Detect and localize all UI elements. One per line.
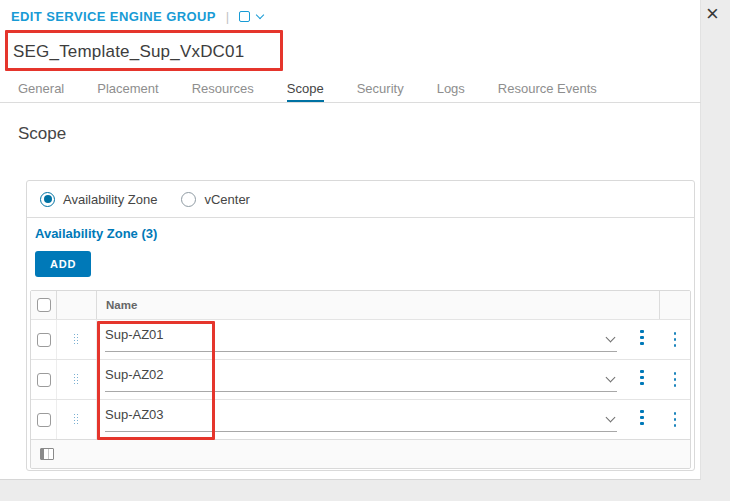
table-row: Sup-AZ03	[31, 399, 690, 439]
kebab-menu-icon[interactable]	[674, 332, 677, 347]
tab-placement[interactable]: Placement	[97, 81, 158, 103]
actions-column-header	[660, 291, 690, 319]
az-select-value: Sup-AZ01	[105, 327, 164, 342]
az-select-value: Sup-AZ02	[105, 367, 164, 382]
scope-panel: Availability Zone vCenter Availability Z…	[26, 180, 695, 471]
dialog-title: EDIT SERVICE ENGINE GROUP	[11, 9, 216, 24]
name-column-header: Name	[97, 291, 660, 319]
table-header-row: Name	[31, 291, 690, 319]
clone-icon	[239, 11, 250, 22]
kebab-menu-icon[interactable]	[674, 412, 677, 427]
drag-handle-icon[interactable]	[74, 374, 80, 386]
seg-name: SEG_Template_Sup_VxDC01	[13, 42, 244, 62]
row-checkbox[interactable]	[37, 373, 51, 387]
radio-availability-zone[interactable]: Availability Zone	[40, 192, 157, 207]
close-icon[interactable]: ×	[706, 0, 719, 28]
drag-handle-icon[interactable]	[74, 334, 80, 346]
kebab-menu-icon[interactable]	[674, 372, 677, 387]
page-title: Scope	[18, 124, 66, 144]
title-separator: |	[226, 9, 229, 24]
row-menu-squares-icon[interactable]	[640, 370, 644, 390]
scope-type-radio-group: Availability Zone vCenter	[27, 181, 694, 218]
chevron-down-icon	[606, 413, 616, 423]
row-menu-squares-icon[interactable]	[640, 410, 644, 430]
table-row: Sup-AZ02	[31, 359, 690, 399]
table-footer	[31, 439, 690, 468]
clone-dropdown-button[interactable]	[239, 11, 263, 22]
row-checkbox[interactable]	[37, 333, 51, 347]
az-select-value: Sup-AZ03	[105, 407, 164, 422]
availability-zone-section: Availability Zone (3) ADD Name	[27, 218, 694, 469]
edit-seg-dialog: EDIT SERVICE ENGINE GROUP | SEG_Template…	[0, 0, 701, 480]
dialog-titlebar: EDIT SERVICE ENGINE GROUP |	[11, 7, 263, 25]
tab-resource-events[interactable]: Resource Events	[498, 81, 597, 103]
radio-availability-zone-label: Availability Zone	[63, 192, 157, 207]
chevron-down-icon	[606, 333, 616, 343]
radio-vcenter[interactable]: vCenter	[181, 192, 250, 207]
drag-column-header	[57, 291, 97, 319]
tab-bar: General Placement Resources Scope Securi…	[18, 81, 597, 103]
row-checkbox[interactable]	[37, 413, 51, 427]
screen: EDIT SERVICE ENGINE GROUP | SEG_Template…	[0, 0, 730, 501]
tab-general[interactable]: General	[18, 81, 64, 103]
drag-handle-icon[interactable]	[74, 414, 80, 426]
tab-scope[interactable]: Scope	[287, 81, 324, 103]
tabs-divider	[0, 102, 701, 103]
radio-selected-icon	[40, 192, 55, 207]
chevron-down-icon	[606, 373, 616, 383]
table-row: Sup-AZ01	[31, 319, 690, 359]
chevron-down-icon	[256, 10, 264, 18]
az-select-dropdown[interactable]: Sup-AZ03	[105, 407, 617, 432]
radio-vcenter-label: vCenter	[204, 192, 250, 207]
az-select-dropdown[interactable]: Sup-AZ02	[105, 367, 617, 392]
column-settings-icon[interactable]	[40, 448, 54, 460]
select-all-checkbox[interactable]	[37, 298, 51, 312]
availability-zone-table: Name Sup-AZ01	[30, 290, 691, 469]
tab-resources[interactable]: Resources	[192, 81, 254, 103]
add-button[interactable]: ADD	[35, 251, 91, 277]
tab-logs[interactable]: Logs	[437, 81, 465, 103]
radio-unselected-icon	[181, 192, 196, 207]
availability-zone-count-heading: Availability Zone (3)	[35, 226, 691, 241]
tab-security[interactable]: Security	[357, 81, 404, 103]
row-menu-squares-icon[interactable]	[640, 330, 644, 350]
az-select-dropdown[interactable]: Sup-AZ01	[105, 327, 617, 352]
